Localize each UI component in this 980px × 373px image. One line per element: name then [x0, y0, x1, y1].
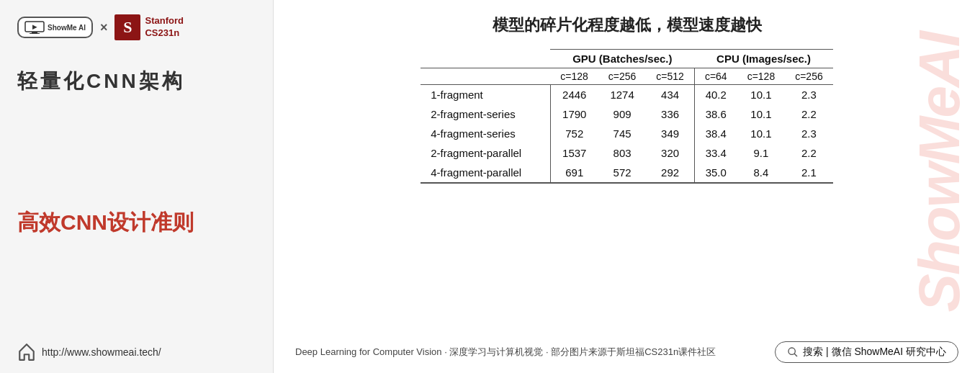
svg-rect-1: [32, 32, 37, 33]
footer-left-text: Deep Learning for Computer Vision · 深度学习…: [295, 346, 716, 359]
table-cell-2-3: 349: [646, 124, 694, 143]
table-header-row-1: GPU (Batches/sec.) CPU (Images/sec.): [421, 50, 832, 68]
table-cell-1-6: 2.2: [785, 104, 833, 124]
table-wrapper: GPU (Batches/sec.) CPU (Images/sec.) c=1…: [295, 49, 958, 327]
table-cell-4-5: 8.4: [737, 163, 786, 183]
table-cell-1-4: 38.6: [694, 104, 737, 124]
table-cell-1-0: 2-fragment-series: [421, 104, 550, 124]
table-cell-4-6: 2.1: [785, 163, 833, 183]
table-cell-3-4: 33.4: [694, 143, 737, 163]
showmeai-logo: ▶ ShowMe Al: [17, 17, 93, 38]
table-cell-0-4: 40.2: [694, 85, 737, 105]
table-cell-0-2: 1274: [598, 85, 647, 105]
table-row: 1-fragment2446127443440.210.12.3: [421, 85, 832, 105]
table-body: 1-fragment2446127443440.210.12.32-fragme…: [421, 85, 832, 184]
table-cell-2-5: 10.1: [737, 124, 786, 143]
section-title: 轻量化CNN架构: [17, 68, 256, 95]
table-cell-0-3: 434: [646, 85, 694, 105]
table-cell-2-1: 752: [550, 124, 598, 143]
table-cell-4-2: 572: [598, 163, 647, 183]
main-title: 模型的碎片化程度越低，模型速度越快: [295, 14, 958, 36]
table-row: 4-fragment-series75274534938.410.12.3: [421, 124, 832, 143]
table-row: 2-fragment-series179090933638.610.12.2: [421, 104, 832, 124]
table-row: 4-fragment-parallel69157229235.08.42.1: [421, 163, 832, 183]
footer: Deep Learning for Computer Vision · 深度学习…: [295, 336, 958, 363]
table-cell-0-0: 1-fragment: [421, 85, 550, 105]
table-cell-4-0: 4-fragment-parallel: [421, 163, 550, 183]
svg-text:▶: ▶: [32, 24, 37, 30]
subheader-c512-gpu: c=512: [646, 68, 694, 85]
subheader-c64-cpu: c=64: [694, 68, 737, 85]
svg-rect-2: [30, 33, 40, 34]
showmeai-monitor-icon: ▶: [24, 21, 45, 34]
table-cell-3-6: 2.2: [785, 143, 833, 163]
table-cell-1-1: 1790: [550, 104, 598, 124]
table-cell-3-0: 2-fragment-parallel: [421, 143, 550, 163]
table-cell-4-1: 691: [550, 163, 598, 183]
table-cell-3-2: 803: [598, 143, 647, 163]
table-cell-0-1: 2446: [550, 85, 598, 105]
url-row: http://www.showmeai.tech/: [17, 343, 256, 361]
stanford-logo: S Stanford CS231n: [114, 14, 183, 40]
table-cell-3-1: 1537: [550, 143, 598, 163]
subheader-empty: [421, 68, 550, 85]
subheader-c256-gpu: c=256: [598, 68, 647, 85]
table-cell-4-3: 292: [646, 163, 694, 183]
subheader-c128-gpu: c=128: [550, 68, 598, 85]
table-subheader-row: c=128 c=256 c=512 c=64 c=128 c=256: [421, 68, 832, 85]
stanford-text: Stanford CS231n: [145, 15, 183, 40]
table-cell-2-4: 38.4: [694, 124, 737, 143]
left-panel: ▶ ShowMe Al × S Stanford CS231n 轻量化CNN架构…: [0, 0, 274, 373]
cpu-header: CPU (Images/sec.): [694, 50, 832, 68]
subheader-c256-cpu: c=256: [785, 68, 833, 85]
subheader-c128-cpu: c=128: [737, 68, 786, 85]
table-cell-2-2: 745: [598, 124, 647, 143]
table-cell-3-5: 9.1: [737, 143, 786, 163]
search-badge[interactable]: 搜索 | 微信 ShowMeAI 研究中心: [775, 341, 958, 363]
svg-point-5: [788, 348, 795, 354]
table-cell-2-0: 4-fragment-series: [421, 124, 550, 143]
table-cell-3-3: 320: [646, 143, 694, 163]
table-cell-1-5: 10.1: [737, 104, 786, 124]
url-text: http://www.showmeai.tech/: [42, 346, 161, 358]
logo-row: ▶ ShowMe Al × S Stanford CS231n: [17, 14, 256, 40]
gpu-header: GPU (Batches/sec.): [550, 50, 694, 68]
showmeai-logo-text: ShowMe Al: [48, 24, 86, 32]
stanford-s-icon: S: [114, 14, 140, 40]
table-cell-0-5: 10.1: [737, 85, 786, 105]
table-cell-2-6: 2.3: [785, 124, 833, 143]
globe-icon: [17, 343, 36, 361]
times-symbol: ×: [100, 20, 108, 35]
search-badge-text: 搜索 | 微信 ShowMeAI 研究中心: [803, 346, 946, 359]
table-row: 2-fragment-parallel153780332033.49.12.2: [421, 143, 832, 163]
table-cell-4-4: 35.0: [694, 163, 737, 183]
table-cell-1-3: 336: [646, 104, 694, 124]
right-panel: ShowMeAI 模型的碎片化程度越低，模型速度越快 GPU (Batches/…: [274, 0, 980, 373]
table-cell-1-2: 909: [598, 104, 647, 124]
empty-header: [421, 50, 550, 68]
performance-table: GPU (Batches/sec.) CPU (Images/sec.) c=1…: [421, 49, 832, 184]
table-cell-0-6: 2.3: [785, 85, 833, 105]
svg-line-6: [794, 354, 797, 356]
section-subtitle: 高效CNN设计准则: [17, 208, 256, 238]
search-icon: [787, 346, 799, 358]
svg-marker-4: [19, 344, 34, 360]
